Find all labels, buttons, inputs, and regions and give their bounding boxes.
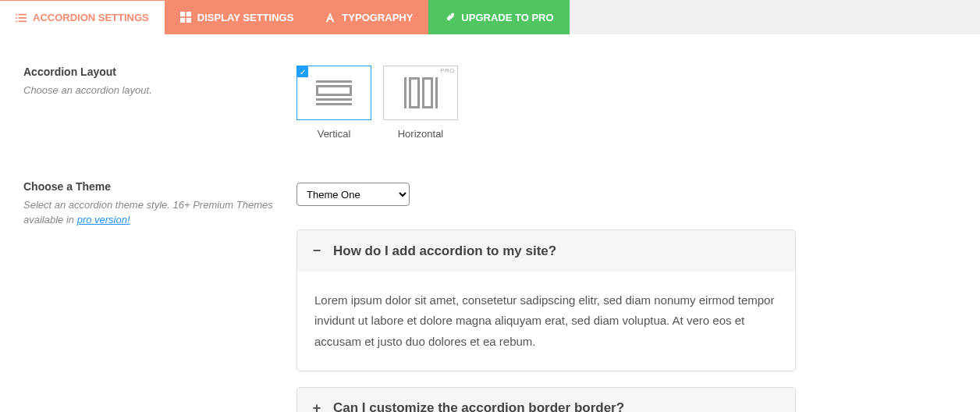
svg-rect-2: [16, 17, 17, 19]
svg-rect-5: [19, 20, 27, 22]
svg-rect-4: [16, 20, 17, 22]
horizontal-layout-icon: [404, 77, 438, 108]
theme-desc-text: Select an accordion theme style. 16+ Pre…: [23, 199, 273, 226]
list-icon: [16, 12, 27, 23]
tab-label: ACCORDION SETTINGS: [33, 12, 149, 23]
accordion-preview: − How do I add accordion to my site? Lor…: [296, 229, 796, 412]
check-icon: ✓: [297, 66, 308, 77]
settings-tabs: ACCORDION SETTINGS DISPLAY SETTINGS TYPO…: [0, 0, 980, 34]
layout-option-vertical[interactable]: ✓: [296, 66, 371, 120]
settings-controls-column: ✓ Vertical PRO Horizontal Them: [296, 66, 796, 412]
layout-title: Accordion Layout: [23, 66, 281, 78]
tab-upgrade-pro[interactable]: UPGRADE TO PRO: [428, 0, 569, 34]
settings-content: Accordion Layout Choose an accordion lay…: [0, 34, 980, 412]
font-icon: [325, 12, 336, 23]
vertical-layout-icon: [316, 80, 352, 105]
layout-option-label: Vertical: [296, 128, 371, 140]
svg-rect-1: [19, 13, 27, 15]
expand-icon: +: [311, 400, 322, 412]
layout-desc: Choose an accordion layout.: [23, 83, 281, 98]
accordion-header[interactable]: − How do I add accordion to my site?: [297, 230, 795, 272]
layout-option-horizontal[interactable]: PRO: [383, 66, 458, 120]
pro-version-link[interactable]: pro version!: [77, 214, 130, 226]
tab-label: DISPLAY SETTINGS: [197, 12, 294, 23]
theme-desc: Select an accordion theme style. 16+ Pre…: [23, 197, 281, 228]
pro-badge: PRO: [438, 66, 457, 75]
theme-title: Choose a Theme: [23, 180, 281, 193]
tab-label: UPGRADE TO PRO: [461, 12, 553, 23]
settings-labels-column: Accordion Layout Choose an accordion lay…: [23, 66, 281, 412]
accordion-title: How do I add accordion to my site?: [333, 243, 556, 259]
svg-rect-9: [186, 18, 191, 23]
svg-rect-6: [180, 12, 185, 16]
theme-select[interactable]: Theme One: [296, 183, 410, 206]
grid-icon: [180, 12, 191, 23]
tab-typography[interactable]: TYPOGRAPHY: [309, 0, 428, 34]
layout-option-label: Horizontal: [383, 128, 458, 140]
tab-label: TYPOGRAPHY: [342, 12, 413, 23]
accordion-body: Lorem ipsum dolor sit amet, consetetur s…: [297, 272, 795, 371]
accordion-header[interactable]: + Can I customize the accordion border b…: [297, 388, 795, 412]
accordion-item: + Can I customize the accordion border b…: [296, 387, 796, 412]
tab-accordion-settings[interactable]: ACCORDION SETTINGS: [0, 0, 165, 34]
layout-options: ✓ Vertical PRO Horizontal: [296, 66, 796, 140]
tab-display-settings[interactable]: DISPLAY SETTINGS: [165, 0, 310, 34]
svg-rect-0: [16, 13, 17, 15]
accordion-item: − How do I add accordion to my site? Lor…: [296, 229, 796, 371]
svg-rect-7: [186, 12, 191, 16]
collapse-icon: −: [311, 243, 322, 259]
svg-rect-8: [180, 18, 185, 23]
rocket-icon: [444, 12, 455, 23]
accordion-title: Can I customize the accordion border bor…: [333, 400, 624, 412]
svg-rect-3: [19, 17, 27, 19]
